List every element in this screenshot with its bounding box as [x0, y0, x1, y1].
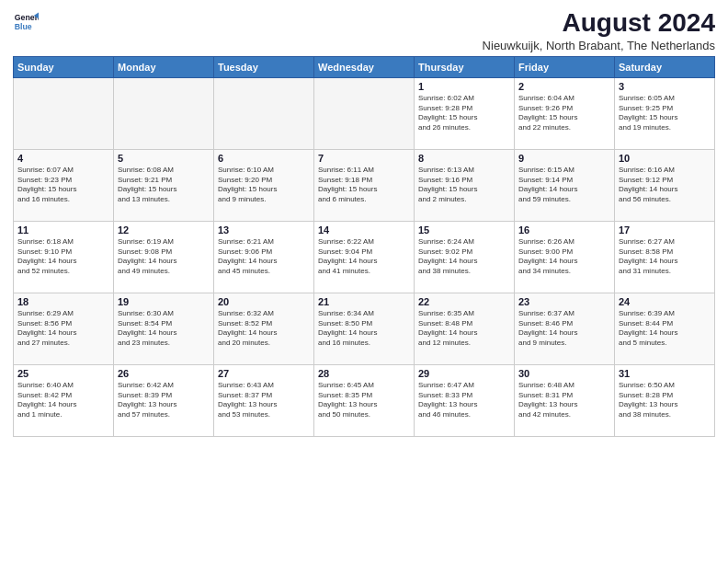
header: General Blue August 2024 Nieuwkuijk, Nor… [13, 9, 715, 52]
day-cell: 11Sunrise: 6:18 AM Sunset: 9:10 PM Dayli… [14, 221, 114, 293]
day-number: 24 [619, 296, 711, 307]
day-info: Sunrise: 6:30 AM Sunset: 8:54 PM Dayligh… [118, 309, 210, 349]
col-friday: Friday [515, 56, 615, 77]
week-row-1: 4Sunrise: 6:07 AM Sunset: 9:23 PM Daylig… [14, 149, 715, 221]
col-monday: Monday [114, 56, 214, 77]
day-number: 27 [218, 368, 310, 379]
day-number: 9 [518, 153, 610, 164]
weekday-row: Sunday Monday Tuesday Wednesday Thursday… [14, 56, 715, 77]
day-cell [14, 77, 114, 149]
svg-text:General: General [15, 13, 39, 22]
day-cell: 26Sunrise: 6:42 AM Sunset: 8:39 PM Dayli… [114, 364, 214, 436]
main-title: August 2024 [483, 9, 715, 38]
week-row-3: 18Sunrise: 6:29 AM Sunset: 8:56 PM Dayli… [14, 293, 715, 364]
day-number: 14 [318, 224, 410, 236]
day-number: 26 [118, 368, 210, 379]
week-row-2: 11Sunrise: 6:18 AM Sunset: 9:10 PM Dayli… [14, 221, 715, 293]
day-cell: 21Sunrise: 6:34 AM Sunset: 8:50 PM Dayli… [314, 293, 415, 364]
day-info: Sunrise: 6:16 AM Sunset: 9:12 PM Dayligh… [619, 166, 711, 205]
day-number: 5 [118, 153, 210, 164]
day-cell: 15Sunrise: 6:24 AM Sunset: 9:02 PM Dayli… [415, 221, 515, 293]
day-cell: 19Sunrise: 6:30 AM Sunset: 8:54 PM Dayli… [114, 293, 214, 364]
calendar-header: Sunday Monday Tuesday Wednesday Thursday… [14, 56, 715, 77]
day-number: 29 [418, 368, 510, 379]
day-number: 22 [418, 296, 510, 307]
day-number: 7 [318, 153, 410, 164]
col-saturday: Saturday [615, 56, 715, 77]
day-cell [214, 77, 314, 149]
day-number: 4 [17, 153, 109, 164]
logo: General Blue [13, 9, 39, 35]
day-info: Sunrise: 6:18 AM Sunset: 9:10 PM Dayligh… [17, 237, 109, 277]
day-cell: 20Sunrise: 6:32 AM Sunset: 8:52 PM Dayli… [214, 293, 314, 364]
day-cell: 23Sunrise: 6:37 AM Sunset: 8:46 PM Dayli… [515, 293, 615, 364]
day-info: Sunrise: 6:19 AM Sunset: 9:08 PM Dayligh… [118, 237, 210, 277]
day-number: 19 [118, 296, 210, 307]
day-number: 17 [619, 224, 711, 236]
day-info: Sunrise: 6:15 AM Sunset: 9:14 PM Dayligh… [518, 166, 610, 205]
day-cell: 10Sunrise: 6:16 AM Sunset: 9:12 PM Dayli… [615, 149, 715, 221]
day-number: 31 [619, 368, 711, 379]
day-info: Sunrise: 6:04 AM Sunset: 9:26 PM Dayligh… [518, 94, 610, 133]
day-number: 6 [218, 153, 310, 164]
day-cell: 18Sunrise: 6:29 AM Sunset: 8:56 PM Dayli… [14, 293, 114, 364]
week-row-0: 1Sunrise: 6:02 AM Sunset: 9:28 PM Daylig… [14, 77, 715, 149]
day-info: Sunrise: 6:40 AM Sunset: 8:42 PM Dayligh… [17, 381, 109, 420]
day-cell: 4Sunrise: 6:07 AM Sunset: 9:23 PM Daylig… [14, 149, 114, 221]
day-number: 20 [218, 296, 310, 307]
calendar-body: 1Sunrise: 6:02 AM Sunset: 9:28 PM Daylig… [14, 77, 715, 436]
day-info: Sunrise: 6:10 AM Sunset: 9:20 PM Dayligh… [218, 166, 310, 205]
day-cell [314, 77, 415, 149]
day-cell: 1Sunrise: 6:02 AM Sunset: 9:28 PM Daylig… [415, 77, 515, 149]
day-number: 15 [418, 224, 510, 236]
day-number: 12 [118, 224, 210, 236]
day-info: Sunrise: 6:34 AM Sunset: 8:50 PM Dayligh… [318, 309, 410, 349]
day-cell: 7Sunrise: 6:11 AM Sunset: 9:18 PM Daylig… [314, 149, 415, 221]
day-info: Sunrise: 6:13 AM Sunset: 9:16 PM Dayligh… [418, 166, 510, 205]
day-number: 8 [418, 153, 510, 164]
day-info: Sunrise: 6:22 AM Sunset: 9:04 PM Dayligh… [318, 237, 410, 277]
day-cell: 14Sunrise: 6:22 AM Sunset: 9:04 PM Dayli… [314, 221, 415, 293]
week-row-4: 25Sunrise: 6:40 AM Sunset: 8:42 PM Dayli… [14, 364, 715, 436]
day-cell: 12Sunrise: 6:19 AM Sunset: 9:08 PM Dayli… [114, 221, 214, 293]
day-cell [114, 77, 214, 149]
day-info: Sunrise: 6:02 AM Sunset: 9:28 PM Dayligh… [418, 94, 510, 133]
day-cell: 28Sunrise: 6:45 AM Sunset: 8:35 PM Dayli… [314, 364, 415, 436]
day-info: Sunrise: 6:11 AM Sunset: 9:18 PM Dayligh… [318, 166, 410, 205]
subtitle: Nieuwkuijk, North Brabant, The Netherlan… [483, 39, 715, 52]
day-number: 10 [619, 153, 711, 164]
day-number: 30 [518, 368, 610, 379]
day-cell: 16Sunrise: 6:26 AM Sunset: 9:00 PM Dayli… [515, 221, 615, 293]
day-info: Sunrise: 6:29 AM Sunset: 8:56 PM Dayligh… [17, 309, 109, 349]
calendar: Sunday Monday Tuesday Wednesday Thursday… [13, 56, 715, 437]
day-number: 16 [518, 224, 610, 236]
day-number: 11 [17, 224, 109, 236]
svg-text:Blue: Blue [15, 22, 32, 31]
day-cell: 29Sunrise: 6:47 AM Sunset: 8:33 PM Dayli… [415, 364, 515, 436]
day-info: Sunrise: 6:27 AM Sunset: 8:58 PM Dayligh… [619, 237, 711, 277]
day-cell: 5Sunrise: 6:08 AM Sunset: 9:21 PM Daylig… [114, 149, 214, 221]
day-info: Sunrise: 6:26 AM Sunset: 9:00 PM Dayligh… [518, 237, 610, 277]
day-number: 21 [318, 296, 410, 307]
day-info: Sunrise: 6:50 AM Sunset: 8:28 PM Dayligh… [619, 381, 711, 420]
day-info: Sunrise: 6:47 AM Sunset: 8:33 PM Dayligh… [418, 381, 510, 420]
day-number: 18 [17, 296, 109, 307]
day-info: Sunrise: 6:37 AM Sunset: 8:46 PM Dayligh… [518, 309, 610, 349]
day-info: Sunrise: 6:42 AM Sunset: 8:39 PM Dayligh… [118, 381, 210, 420]
day-cell: 22Sunrise: 6:35 AM Sunset: 8:48 PM Dayli… [415, 293, 515, 364]
day-info: Sunrise: 6:24 AM Sunset: 9:02 PM Dayligh… [418, 237, 510, 277]
day-number: 25 [17, 368, 109, 379]
day-number: 3 [619, 81, 711, 92]
day-number: 13 [218, 224, 310, 236]
col-wednesday: Wednesday [314, 56, 415, 77]
day-cell: 6Sunrise: 6:10 AM Sunset: 9:20 PM Daylig… [214, 149, 314, 221]
day-cell: 9Sunrise: 6:15 AM Sunset: 9:14 PM Daylig… [515, 149, 615, 221]
day-cell: 24Sunrise: 6:39 AM Sunset: 8:44 PM Dayli… [615, 293, 715, 364]
day-info: Sunrise: 6:08 AM Sunset: 9:21 PM Dayligh… [118, 166, 210, 205]
page: General Blue August 2024 Nieuwkuijk, Nor… [0, 0, 728, 563]
day-number: 23 [518, 296, 610, 307]
day-info: Sunrise: 6:43 AM Sunset: 8:37 PM Dayligh… [218, 381, 310, 420]
day-cell: 3Sunrise: 6:05 AM Sunset: 9:25 PM Daylig… [615, 77, 715, 149]
day-info: Sunrise: 6:39 AM Sunset: 8:44 PM Dayligh… [619, 309, 711, 349]
col-sunday: Sunday [14, 56, 114, 77]
